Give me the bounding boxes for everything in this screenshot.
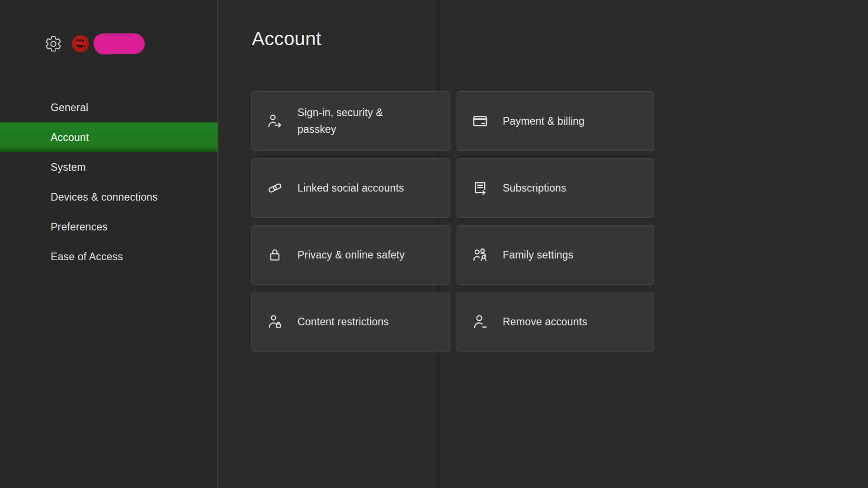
- tile-label: Privacy & online safety: [297, 247, 405, 263]
- tile-sign-in-security-passkey[interactable]: Sign-in, security & passkey: [251, 91, 450, 151]
- tile-privacy-online-safety[interactable]: Privacy & online safety: [251, 225, 450, 285]
- tile-linked-social-accounts[interactable]: Linked social accounts: [251, 158, 450, 218]
- page-title: Account: [252, 28, 321, 50]
- tile-content-restrictions[interactable]: Content restrictions: [251, 292, 450, 352]
- family-icon: [472, 246, 489, 263]
- sidebar-item-label: Preferences: [51, 221, 108, 233]
- tiles-grid: Sign-in, security & passkey Payment & bi…: [251, 91, 654, 352]
- sidebar-item-general[interactable]: General: [0, 93, 217, 122]
- sidebar-item-system[interactable]: System: [0, 152, 217, 182]
- settings-sidebar: General Account System Devices & connect…: [0, 0, 217, 488]
- tile-remove-accounts[interactable]: Remove accounts: [457, 292, 654, 352]
- person-lock-icon: [266, 313, 283, 330]
- avatar-artwork: [72, 35, 89, 52]
- person-arrow-icon: [266, 113, 283, 130]
- tile-label: Linked social accounts: [297, 180, 404, 197]
- person-remove-icon: [472, 313, 489, 330]
- tile-payment-billing[interactable]: Payment & billing: [457, 91, 654, 151]
- tile-label: Subscriptions: [503, 180, 566, 197]
- sidebar-item-ease-of-access[interactable]: Ease of Access: [0, 242, 217, 272]
- sidebar-nav: General Account System Devices & connect…: [0, 93, 217, 272]
- link-icon: [266, 179, 283, 197]
- sidebar-item-label: Account: [51, 131, 89, 144]
- sidebar-item-label: General: [51, 102, 88, 114]
- tile-label: Sign-in, security & passkey: [297, 104, 416, 138]
- sidebar-item-devices-connections[interactable]: Devices & connections: [0, 182, 217, 212]
- sidebar-item-label: Ease of Access: [51, 251, 123, 263]
- lock-icon: [266, 246, 283, 263]
- credit-card-icon: [472, 113, 489, 130]
- sidebar-item-account[interactable]: Account: [0, 122, 217, 152]
- gear-icon[interactable]: [43, 33, 64, 54]
- document-arrow-icon: [472, 179, 489, 197]
- tile-family-settings[interactable]: Family settings: [457, 225, 654, 285]
- tile-subscriptions[interactable]: Subscriptions: [457, 158, 654, 218]
- gamertag-redaction: [94, 33, 145, 54]
- avatar[interactable]: [72, 35, 89, 52]
- tile-label: Content restrictions: [297, 314, 389, 330]
- account-settings-panel: Account Sign-in, security & passkey Paym…: [218, 0, 868, 488]
- profile-chip[interactable]: [43, 28, 145, 60]
- tile-label: Remove accounts: [503, 314, 587, 330]
- sidebar-item-label: Devices & connections: [51, 191, 158, 203]
- sidebar-item-label: System: [51, 161, 86, 174]
- tile-label: Family settings: [503, 247, 573, 263]
- tile-label: Payment & billing: [503, 113, 585, 130]
- sidebar-divider: [217, 0, 218, 488]
- sidebar-item-preferences[interactable]: Preferences: [0, 212, 217, 242]
